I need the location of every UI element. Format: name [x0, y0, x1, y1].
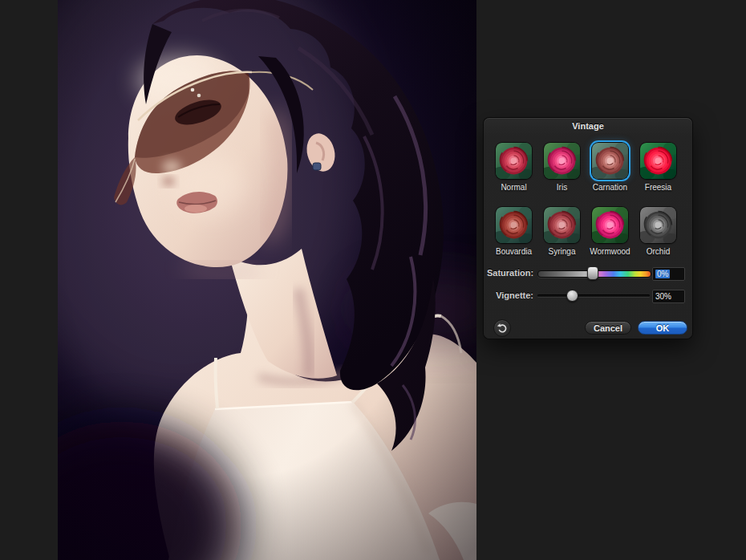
- rose-preview-icon: [640, 143, 676, 179]
- rose-preview-icon: [640, 207, 676, 243]
- preset-label: Wormwood: [586, 247, 635, 256]
- preset-label: Freesia: [634, 183, 683, 192]
- vignette-slider-thumb[interactable]: [566, 290, 578, 302]
- preset-label: Normal: [489, 183, 538, 192]
- portrait-photo: [58, 0, 476, 560]
- preset-label: Orchid: [634, 247, 683, 256]
- preset-thumbnail-normal[interactable]: [496, 143, 532, 179]
- preset-thumbnail-freesia[interactable]: [640, 143, 676, 179]
- saturation-value: 0%: [655, 270, 670, 278]
- cancel-button[interactable]: Cancel: [585, 321, 631, 335]
- preset-label: Syringa: [537, 247, 586, 256]
- vignette-slider[interactable]: [537, 294, 650, 297]
- preset-label: Bouvardia: [489, 247, 538, 256]
- panel-title: Vintage: [484, 121, 692, 131]
- preset-thumbnail-carnation[interactable]: [592, 143, 628, 179]
- saturation-slider-thumb[interactable]: [587, 266, 598, 280]
- rose-preview-icon: [592, 143, 628, 179]
- undo-arrow-icon: [496, 322, 509, 335]
- vignette-label: Vignette:: [487, 290, 533, 300]
- rose-preview-icon: [496, 143, 532, 179]
- vignette-value: 30%: [655, 292, 671, 301]
- app-window: Vintage Normal Iris Carnation Freesia Bo…: [0, 0, 746, 560]
- preset-thumbnail-syringa[interactable]: [544, 207, 580, 243]
- saturation-label: Saturation:: [487, 268, 533, 278]
- preset-thumbnail-iris[interactable]: [544, 143, 580, 179]
- vintage-effect-panel: Vintage Normal Iris Carnation Freesia Bo…: [484, 118, 692, 339]
- vignette-value-field[interactable]: 30%: [652, 290, 685, 303]
- saturation-slider[interactable]: [537, 270, 651, 278]
- rose-preview-icon: [592, 207, 628, 243]
- rose-preview-icon: [496, 207, 532, 243]
- saturation-value-field[interactable]: 0%: [652, 267, 685, 281]
- preset-thumbnail-wormwood[interactable]: [592, 207, 628, 243]
- rose-preview-icon: [544, 207, 580, 243]
- rose-preview-icon: [544, 143, 580, 179]
- preset-thumbnail-orchid[interactable]: [640, 207, 676, 243]
- ok-button[interactable]: OK: [638, 321, 687, 335]
- photo-canvas: [58, 0, 476, 560]
- preset-label: Carnation: [586, 183, 635, 192]
- preset-label: Iris: [537, 183, 586, 192]
- preset-thumbnail-bouvardia[interactable]: [496, 207, 532, 243]
- undo-button[interactable]: [493, 319, 511, 337]
